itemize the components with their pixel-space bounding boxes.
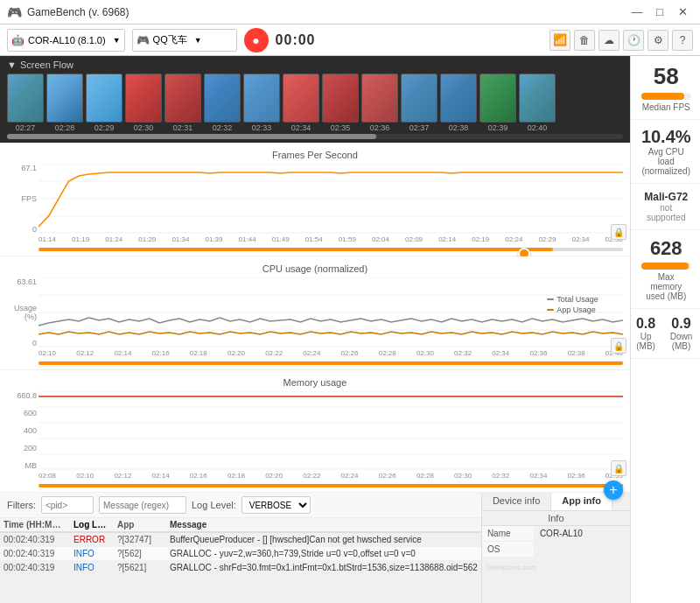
cpu-y-max: 63.61 [9, 277, 37, 286]
maximize-button[interactable]: □ [649, 4, 670, 20]
log-app-2: ?[562] [114, 547, 166, 560]
log-level-select[interactable]: VERBOSE DEBUG INFO WARN ERROR [242, 496, 311, 514]
thumb-11[interactable]: 02:37 [401, 74, 438, 132]
avg-cpu-box: 10.4% Avg CPU load (normalized) [631, 120, 700, 184]
thumb-time-11: 02:37 [410, 123, 430, 132]
device-name-value: COR-AL10 [535, 526, 588, 541]
record-button[interactable]: ● [244, 28, 269, 53]
mem-lock-icon[interactable]: 🔒 [611, 460, 626, 476]
thumb-time-10: 02:36 [370, 123, 390, 132]
log-app-3: ?[5621] [114, 561, 166, 574]
minimize-button[interactable]: — [626, 4, 648, 20]
thumb-7[interactable]: 02:33 [243, 74, 280, 132]
bottom-section: Filters: Log Level: VERBOSE DEBUG INFO W… [0, 493, 630, 603]
left-panel: ▼ Screen Flow 02:27 02:28 02:29 02:30 02… [0, 56, 630, 603]
info-section-header: Info [482, 511, 630, 526]
mem-y-label: MB [9, 461, 37, 470]
thumb-4[interactable]: 02:30 [125, 74, 162, 132]
gpu-name: Mali-G72 [641, 191, 691, 203]
titlebar-left: 🎮 GameBench (v. 6968) [7, 5, 130, 19]
fps-x-axis: 01:14 01:19 01:24 01:29 01:34 01:39 01:4… [38, 235, 623, 243]
avg-cpu-value: 10.4% [641, 127, 691, 147]
clock-icon[interactable]: 🕐 [623, 30, 644, 51]
fps-chart-title: Frames Per Second [7, 150, 623, 160]
cpu-y-label: Usage (%) [9, 304, 37, 321]
device-selector[interactable]: 🤖 COR-AL10 (8.1.0) ▼ [7, 29, 125, 52]
log-msg-1: BufferQueueProducer - [] [hwsched]Can no… [166, 533, 481, 546]
upload-stat: 0.8 Up (MB) [631, 316, 661, 351]
filter-label: Filters: [7, 500, 36, 510]
log-time-2: 00:02:40:319 [0, 547, 70, 560]
mem-y-max: 660.8 [9, 391, 37, 400]
device-name-key: Name [482, 526, 535, 541]
app-selector[interactable]: 🎮 QQ飞车 ▼ [132, 29, 237, 52]
add-chart-button[interactable]: + [604, 480, 623, 500]
memory-chart-title: Memory usage [7, 377, 623, 388]
thumb-2[interactable]: 02:28 [46, 74, 83, 132]
device-os-value [535, 542, 545, 557]
memory-chart-section: Memory usage 660.8 600 400 200 MB [0, 370, 630, 493]
mem-y-400: 400 [9, 426, 37, 435]
memory-bar [641, 263, 689, 270]
download-stat: 0.9 Down (MB) [661, 316, 700, 351]
close-button[interactable]: ✕ [672, 4, 693, 20]
memory-bar-container [641, 263, 691, 270]
mem-y-600: 600 [9, 409, 37, 417]
log-msg-3: GRALLOC - shrFd=30.fmt=0x1.intFmt=0x1.bt… [166, 561, 481, 574]
thumb-14[interactable]: 02:40 [519, 74, 556, 132]
app-label: QQ飞车 [153, 33, 187, 46]
thumb-1[interactable]: 02:27 [7, 74, 44, 132]
thumb-5[interactable]: 02:31 [164, 74, 201, 132]
log-header-app: App [114, 518, 166, 531]
thumb-9[interactable]: 02:35 [322, 74, 359, 132]
titlebar-controls: — □ ✕ [626, 4, 693, 20]
screen-flow-thumbnails: 02:27 02:28 02:29 02:30 02:31 02:32 02:3… [7, 74, 623, 134]
thumb-time-3: 02:29 [94, 123, 115, 132]
log-time-3: 00:02:40:319 [0, 561, 70, 574]
thumb-3[interactable]: 02:29 [86, 74, 122, 132]
watermark: ©defacfans.com [482, 557, 630, 575]
wifi-icon: 📶 [550, 30, 570, 51]
trash-icon[interactable]: 🗑 [574, 30, 595, 51]
right-info-panel: Device info App info Info Name COR-AL10 … [481, 493, 630, 603]
log-section: Filters: Log Level: VERBOSE DEBUG INFO W… [0, 493, 481, 603]
titlebar: 🎮 GameBench (v. 6968) — □ ✕ [0, 0, 700, 25]
thumb-10[interactable]: 02:36 [361, 74, 398, 132]
mem-slider[interactable]: + [38, 484, 623, 496]
legend-total: Total Usage [556, 295, 598, 304]
screen-flow-scrollbar[interactable] [7, 134, 623, 139]
fps-lock-icon[interactable]: 🔒 [611, 224, 626, 240]
cpu-lock-icon[interactable]: 🔒 [611, 338, 626, 354]
log-header-time: Time (HH:MM:SS:ms) [0, 518, 70, 531]
upload-icon[interactable]: ☁ [598, 30, 620, 51]
log-level-3: INFO [70, 561, 114, 574]
help-icon[interactable]: ? [672, 30, 693, 51]
log-header: Time (HH:MM:SS:ms) Log Level App Message [0, 518, 481, 533]
median-fps-box: 58 Median FPS [631, 56, 700, 120]
max-memory-value: 628 [641, 237, 691, 260]
thumb-6[interactable]: 02:32 [204, 74, 241, 132]
log-header-msg: Message [166, 518, 481, 531]
gpu-box: Mali-G72 not supported [631, 184, 700, 230]
cpu-chart-legend: Total Usage App Usage [547, 295, 598, 314]
app-icon-small: 🎮 [136, 34, 150, 46]
pid-filter-input[interactable] [41, 496, 94, 514]
thumb-12[interactable]: 02:38 [440, 74, 477, 132]
log-level-label: Log Level: [192, 500, 236, 510]
cpu-chart-svg [38, 277, 623, 347]
mem-x-axis: 02:08 02:10 02:12 02:14 02:16 02:18 02:2… [38, 472, 623, 480]
toolbar-icons: 📶 🗑 ☁ 🕐 ⚙ ? [550, 30, 693, 51]
upload-label: Up (MB) [631, 332, 661, 351]
msg-filter-input[interactable] [99, 496, 186, 514]
right-stats-panel: 58 Median FPS 10.4% Avg CPU load (normal… [630, 56, 700, 603]
log-level-2: INFO [70, 547, 114, 560]
screen-flow-header[interactable]: ▼ Screen Flow [7, 60, 623, 70]
settings-icon[interactable]: ⚙ [648, 30, 668, 51]
thumb-time-14: 02:40 [528, 123, 548, 132]
upload-value: 0.8 [631, 316, 661, 332]
thumb-13[interactable]: 02:39 [480, 74, 516, 132]
log-app-1: ?[32747] [114, 533, 166, 546]
log-row-2: 00:02:40:319 INFO ?[562] GRALLOC - yuv=2… [0, 547, 481, 561]
thumb-time-9: 02:35 [331, 123, 351, 132]
thumb-8[interactable]: 02:34 [283, 74, 319, 132]
